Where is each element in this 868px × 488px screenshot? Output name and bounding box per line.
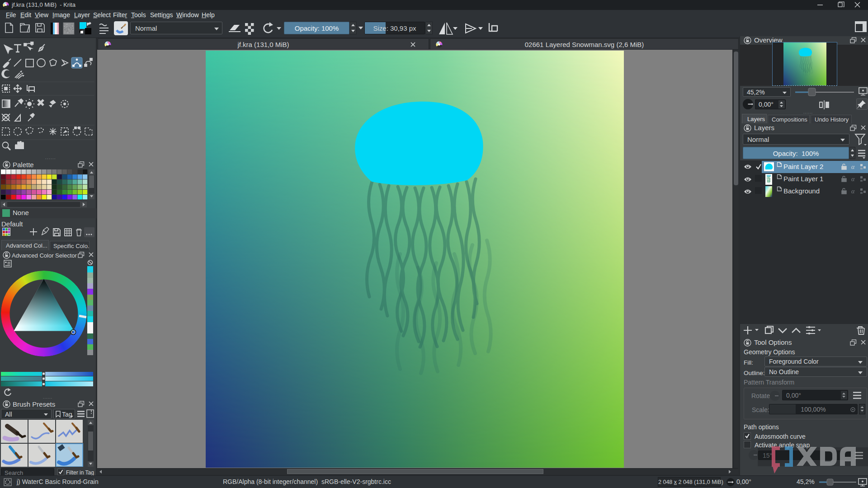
svg-text:α: α	[851, 188, 855, 195]
svg-text:α: α	[851, 164, 855, 170]
svg-text:α: α	[851, 176, 855, 183]
